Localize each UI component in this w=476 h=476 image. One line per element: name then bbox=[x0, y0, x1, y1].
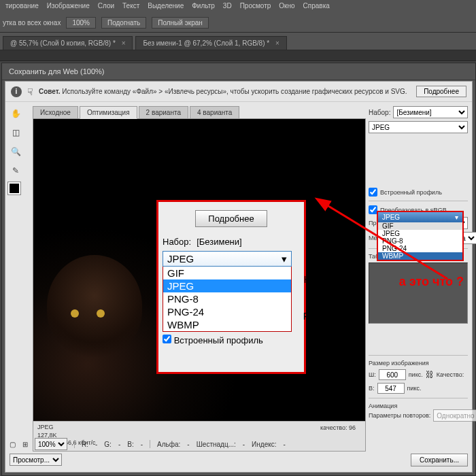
quality-label: качество: bbox=[320, 424, 347, 431]
quality-value: 96 bbox=[349, 424, 356, 431]
hand-icon: ☟ bbox=[27, 86, 33, 97]
close-icon[interactable]: × bbox=[275, 39, 279, 47]
height-label: В: bbox=[369, 385, 375, 392]
fullscreen-button[interactable]: Полный экран bbox=[152, 17, 209, 29]
zoom-100-button[interactable]: 100% bbox=[66, 17, 96, 29]
zoom-tool-icon[interactable]: 🔍 bbox=[8, 144, 23, 159]
option-gif[interactable]: GIF bbox=[163, 267, 291, 279]
zoom-select[interactable]: 100% bbox=[35, 438, 67, 450]
foreground-color-swatch[interactable] bbox=[8, 182, 20, 194]
square-icon[interactable]: ▢ bbox=[10, 441, 16, 448]
callout-preset-label: Набор: bbox=[163, 237, 191, 247]
menu-view[interactable]: Просмотр bbox=[240, 2, 271, 12]
callout-format-select[interactable]: JPEG ▾ bbox=[163, 251, 292, 267]
grid-icon[interactable]: ⊞ bbox=[22, 441, 28, 448]
save-button[interactable]: Сохранить... bbox=[411, 454, 468, 466]
preview-browser-select[interactable]: Просмотр... bbox=[10, 454, 62, 466]
width-input[interactable] bbox=[379, 369, 406, 380]
option-wbmp[interactable]: WBMP bbox=[163, 318, 291, 331]
dialog-tools: ✋ ◫ 🔍 ✎ bbox=[8, 106, 26, 194]
doc-tab-2[interactable]: Без имени-1 @ 67,2% (Слой 1, RGB/8) * × bbox=[135, 36, 286, 50]
fit-button[interactable]: Подогнать bbox=[101, 17, 146, 29]
svg-line-0 bbox=[325, 204, 447, 279]
tab-2up[interactable]: 2 варианта bbox=[139, 106, 188, 119]
px-label2: пикс. bbox=[407, 385, 422, 392]
tab-4up[interactable]: 4 варианта bbox=[190, 106, 239, 119]
image-size-label: Размер изображения bbox=[369, 360, 468, 367]
option-png8[interactable]: PNG-8 bbox=[163, 292, 291, 305]
callout-format-value: JPEG bbox=[167, 253, 194, 265]
callout-format-listbox: GIF JPEG PNG-8 PNG-24 WBMP bbox=[163, 267, 292, 332]
option-jpeg[interactable]: JPEG bbox=[163, 279, 291, 292]
workspace-divider bbox=[0, 50, 476, 61]
preset-label: Набор: bbox=[369, 109, 390, 116]
dialog-bottom: ▢ ⊞ 100% R: - G: - B: - Альфа: - Шестнад… bbox=[10, 437, 468, 469]
b-label: B: bbox=[127, 441, 133, 448]
callout-panel: Подробнее Набор: [Безимени] JPEG ▾ GIF J… bbox=[156, 200, 306, 374]
g-label: G: bbox=[104, 441, 112, 448]
doc-tab-2-label: Без имени-1 @ 67,2% (Слой 1, RGB/8) * bbox=[143, 39, 269, 47]
index-label: Индекс: bbox=[252, 441, 276, 448]
r-label: R: bbox=[82, 441, 88, 448]
height-input[interactable] bbox=[377, 383, 405, 394]
tip-more-button[interactable]: Подробнее bbox=[416, 86, 466, 97]
callout-profile-label: Встроенный профиль bbox=[174, 335, 263, 345]
menu-filter[interactable]: Фильтр bbox=[192, 2, 215, 12]
eyedropper-tool-icon[interactable]: ✎ bbox=[8, 163, 23, 178]
loop-select[interactable]: Однократно bbox=[433, 409, 476, 422]
tip-bar: i ☟ Совет. Используйте команду «Файл» > … bbox=[5, 82, 472, 102]
alpha-label: Альфа: bbox=[157, 441, 180, 448]
hex-label: Шестнадц...: bbox=[197, 441, 236, 448]
preview-format: JPEG bbox=[37, 424, 361, 432]
options-bar: утка во всех окнах 100% Подогнать Полный… bbox=[0, 14, 476, 33]
hand-tool-icon[interactable]: ✋ bbox=[8, 106, 23, 121]
menu-select[interactable]: Выделение bbox=[148, 2, 184, 12]
link-icon[interactable]: ⛓ bbox=[426, 370, 434, 379]
preview-tabs: Исходное Оптимизация 2 варианта 4 вариан… bbox=[33, 106, 239, 119]
callout-preset-value: [Безимени] bbox=[197, 237, 242, 247]
tip-label: Совет. bbox=[39, 88, 61, 95]
save-for-web-dialog: Сохранить для Web (100%) i ☟ Совет. Испо… bbox=[1, 63, 476, 476]
doc-tab-1[interactable]: @ 55,7% (Слой 0 копия, RGB/8) * × bbox=[3, 36, 133, 50]
format-select[interactable]: JPEG bbox=[369, 121, 468, 133]
tip-body: Используйте команду «Файл» > «Извлечь ре… bbox=[62, 88, 407, 95]
tip-text: Совет. Используйте команду «Файл» > «Изв… bbox=[39, 88, 411, 95]
tab-optimized[interactable]: Оптимизация bbox=[80, 106, 137, 119]
menu-text[interactable]: Текст bbox=[122, 2, 139, 12]
callout-more-button[interactable]: Подробнее bbox=[195, 210, 267, 227]
dialog-title: Сохранить для Web (100%) bbox=[2, 63, 475, 80]
chevron-down-icon: ▾ bbox=[282, 253, 287, 265]
annotation-arrow bbox=[305, 190, 475, 286]
quality-label2: Качество: bbox=[437, 371, 464, 378]
document-tabs: @ 55,7% (Слой 0 копия, RGB/8) * × Без им… bbox=[0, 33, 476, 50]
dialog-body: i ☟ Совет. Используйте команду «Файл» > … bbox=[5, 81, 473, 473]
loop-label: Параметры повторов: bbox=[369, 412, 430, 419]
menu-layers[interactable]: Слои bbox=[98, 2, 114, 12]
px-label: пикс. bbox=[409, 371, 423, 378]
callout-p: Р bbox=[303, 311, 309, 322]
tab-original[interactable]: Исходное bbox=[33, 106, 78, 119]
main-menu: тирование Изображение Слои Текст Выделен… bbox=[0, 0, 476, 14]
scroll-all-windows-label: утка во всех окнах bbox=[3, 19, 61, 27]
menu-window[interactable]: Окно bbox=[279, 2, 294, 12]
close-icon[interactable]: × bbox=[122, 39, 126, 47]
callout-profile-checkbox[interactable] bbox=[163, 335, 171, 343]
doc-tab-1-label: @ 55,7% (Слой 0 копия, RGB/8) * bbox=[10, 39, 116, 47]
option-png24[interactable]: PNG-24 bbox=[163, 305, 291, 318]
preset-select[interactable]: [Безимени] bbox=[393, 106, 468, 118]
width-label: Ш: bbox=[369, 371, 376, 378]
slice-select-tool-icon[interactable]: ◫ bbox=[8, 125, 23, 140]
menu-3d[interactable]: 3D bbox=[223, 2, 232, 12]
annotation-text: а это что ? bbox=[399, 275, 464, 289]
menu-image[interactable]: Изображение bbox=[47, 2, 90, 12]
animation-label: Анимация bbox=[369, 403, 468, 409]
menu-help[interactable]: Справка bbox=[303, 2, 330, 12]
info-icon: i bbox=[11, 86, 22, 97]
menu-edit[interactable]: тирование bbox=[5, 2, 39, 12]
